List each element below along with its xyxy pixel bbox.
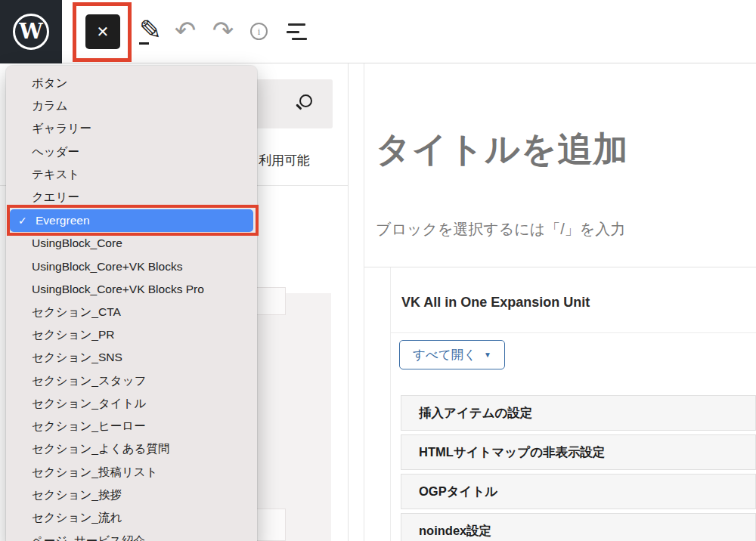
dropdown-menu-item[interactable]: セクション_PR	[6, 323, 257, 346]
dropdown-item-label: ページ_サービス紹介	[32, 533, 145, 541]
dropdown-menu-item[interactable]: テキスト	[6, 163, 257, 186]
dropdown-menu-item[interactable]: UsingBlock_Core+VK Blocks Pro	[6, 278, 257, 301]
dropdown-item-label: セクション_スタッフ	[32, 373, 146, 389]
list-view-icon[interactable]	[287, 22, 306, 42]
canvas-left-border	[364, 63, 364, 541]
accordion-row[interactable]: OGPタイトル	[401, 474, 756, 509]
editor-toolbar: W ✕ ✎ ↶ ↷ i	[0, 0, 756, 63]
metabox-accordion: 挿入アイテムの設定 HTMLサイトマップの非表示設定 OGPタイトル noind…	[401, 395, 756, 541]
pattern-category-dropdown-menu: ボタン カラム ギャラリー ヘッダー テキスト クエリー ✓ Evergreen	[6, 66, 257, 541]
dropdown-menu-item[interactable]: ボタン	[6, 72, 257, 94]
dropdown-item-label: テキスト	[32, 167, 79, 183]
pattern-card[interactable]	[256, 287, 286, 315]
redo-icon[interactable]: ↷	[209, 15, 237, 45]
dropdown-menu-item[interactable]: セクション_スタッフ	[6, 369, 257, 392]
undo-icon[interactable]: ↶	[171, 15, 200, 45]
checkmark-icon: ✓	[18, 215, 36, 227]
dropdown-menu-item[interactable]: セクション_SNS	[6, 347, 257, 369]
edit-pencil-icon[interactable]: ✎	[138, 14, 163, 47]
wordpress-block-editor: W ✕ ✎ ↶ ↷ i 利用可能	[0, 0, 756, 541]
dropdown-menu-item[interactable]: UsingBlock_Core+VK Blocks	[6, 255, 257, 277]
block-inserter-toggle-button[interactable]: ✕	[85, 14, 120, 49]
dropdown-menu-item[interactable]: UsingBlock_Core	[6, 232, 257, 255]
dropdown-item-label: UsingBlock_Core+VK Blocks	[32, 260, 182, 274]
available-label: 利用可能	[259, 152, 310, 169]
accordion-row[interactable]: noindex設定	[401, 513, 756, 541]
wordpress-logo-icon: W	[13, 14, 49, 50]
dropdown-item-label: カラム	[32, 98, 68, 114]
dropdown-menu-item[interactable]: セクション_挨拶	[6, 484, 257, 506]
metabox-top-border	[364, 267, 756, 267]
dropdown-item-label: セクション_流れ	[32, 510, 122, 526]
open-all-button[interactable]: すべて開く ▼	[399, 340, 505, 369]
dropdown-menu-item[interactable]: セクション_タイトル	[6, 392, 257, 415]
dropdown-item-label: セクション_タイトル	[32, 396, 146, 412]
dropdown-item-label: セクション_SNS	[32, 350, 122, 366]
dropdown-item-label: セクション_挨拶	[32, 487, 122, 503]
dropdown-item-label: セクション_ヒーロー	[32, 419, 146, 434]
accordion-row-label: noindex設定	[419, 523, 491, 539]
accordion-row[interactable]: 挿入アイテムの設定	[401, 395, 756, 431]
dropdown-item-label: ヘッダー	[32, 144, 79, 160]
dropdown-item-label: セクション_CTA	[32, 305, 121, 320]
open-all-label: すべて開く	[413, 347, 476, 363]
dropdown-menu-item[interactable]: セクション_流れ	[6, 507, 257, 530]
dropdown-item-label: セクション_投稿リスト	[32, 465, 158, 481]
info-icon[interactable]: i	[250, 23, 268, 40]
dropdown-item-label: Evergreen	[36, 214, 90, 227]
dropdown-item-label: セクション_よくある質問	[32, 441, 169, 457]
search-icon	[299, 94, 312, 107]
accordion-row-label: HTMLサイトマップの非表示設定	[419, 444, 606, 461]
dropdown-menu-item[interactable]: ヘッダー	[6, 141, 257, 163]
dropdown-item-label: ボタン	[32, 76, 68, 91]
dropdown-menu-item[interactable]: カラム	[6, 94, 257, 117]
dropdown-menu-item[interactable]: セクション_投稿リスト	[6, 461, 257, 484]
dropdown-menu-item[interactable]: クエリー	[6, 186, 257, 209]
dropdown-item-label: UsingBlock_Core+VK Blocks Pro	[32, 283, 204, 296]
metabox-header-divider	[391, 332, 756, 333]
accordion-row-label: OGPタイトル	[419, 484, 497, 500]
accordion-row-label: 挿入アイテムの設定	[419, 405, 532, 422]
close-icon: ✕	[97, 23, 110, 41]
dropdown-item-label: セクション_PR	[32, 327, 114, 343]
dropdown-menu-item[interactable]: ページ_サービス紹介	[6, 530, 257, 541]
dropdown-item-label: ギャラリー	[32, 121, 91, 137]
wp-admin-button[interactable]: W	[0, 0, 62, 63]
pattern-card[interactable]	[256, 509, 286, 541]
editor-canvas: タイトルを追加 ブロックを選択するには「/」を入力 VK All in One …	[349, 63, 756, 541]
dropdown-item-label: UsingBlock_Core	[32, 236, 122, 250]
caret-down-icon: ▼	[484, 351, 491, 359]
wordpress-logo-letter: W	[19, 21, 42, 42]
post-title-input[interactable]: タイトルを追加	[376, 126, 628, 173]
accordion-row[interactable]: HTMLサイトマップの非表示設定	[401, 434, 756, 470]
dropdown-menu-item[interactable]: ギャラリー	[6, 118, 257, 141]
dropdown-menu-item[interactable]: セクション_よくある質問	[6, 438, 257, 461]
dropdown-menu-item[interactable]: ✓ Evergreen	[10, 209, 253, 232]
dropdown-menu-item[interactable]: セクション_CTA	[6, 301, 257, 323]
dropdown-item-label: クエリー	[32, 190, 79, 206]
metabox-title: VK All in One Expansion Unit	[401, 295, 590, 311]
dropdown-menu-item[interactable]: セクション_ヒーロー	[6, 415, 257, 437]
metabox-left-border	[390, 267, 391, 541]
block-placeholder-text[interactable]: ブロックを選択するには「/」を入力	[376, 219, 625, 240]
